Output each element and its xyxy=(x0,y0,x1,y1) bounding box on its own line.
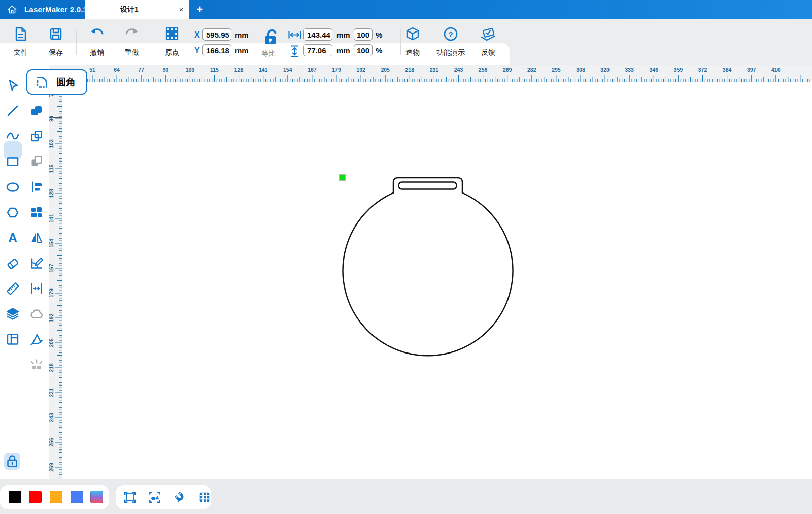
svg-text:115: 115 xyxy=(49,164,54,173)
tool-vector-text[interactable] xyxy=(28,331,45,348)
x-input[interactable] xyxy=(202,28,231,41)
undo-button[interactable]: 撤销 xyxy=(80,25,114,59)
svg-text:90: 90 xyxy=(162,67,168,73)
app-title: LaserMaker 2.0.10 xyxy=(24,0,92,19)
line-icon xyxy=(6,104,20,118)
svg-text:320: 320 xyxy=(600,67,610,73)
tool-eraser[interactable] xyxy=(4,254,21,272)
create-button[interactable]: 造物 xyxy=(395,25,430,59)
ratio-lock-button[interactable] xyxy=(261,28,281,47)
frame-button[interactable] xyxy=(123,491,137,504)
color-swatch-blue[interactable] xyxy=(71,491,83,503)
tool-protractor[interactable] xyxy=(28,254,45,272)
undo-icon xyxy=(89,26,105,41)
height-unit: mm xyxy=(336,46,350,55)
tool-subtract[interactable] xyxy=(28,153,45,170)
color-swatch-black[interactable] xyxy=(9,491,21,503)
vector-text-icon xyxy=(29,332,44,346)
feedback-label: 反馈 xyxy=(481,48,495,57)
demo-button[interactable]: ? 功能演示 xyxy=(429,25,472,59)
svg-text:205: 205 xyxy=(49,338,54,347)
tool-text[interactable]: A xyxy=(4,229,21,246)
eraser-icon xyxy=(6,256,20,270)
redo-button[interactable]: 重做 xyxy=(115,25,149,59)
redo-label: 重做 xyxy=(125,48,139,57)
svg-text:346: 346 xyxy=(650,67,659,73)
tool-curve[interactable] xyxy=(4,127,21,145)
feedback-button[interactable]: 反馈 xyxy=(471,25,505,59)
svg-text:192: 192 xyxy=(356,67,365,73)
height-percent-input[interactable] xyxy=(354,44,373,56)
svg-text:218: 218 xyxy=(49,363,54,372)
tool-rectangle[interactable] xyxy=(4,153,21,170)
canvas-lock-toggle[interactable] xyxy=(4,453,21,470)
tool-ruler[interactable] xyxy=(4,280,21,297)
ruler-icon xyxy=(6,281,20,296)
tool-ellipse[interactable] xyxy=(4,178,21,196)
width-arrow-icon xyxy=(288,30,302,39)
svg-text:115: 115 xyxy=(210,67,219,73)
marquee-button[interactable] xyxy=(148,491,161,504)
svg-text:141: 141 xyxy=(49,214,54,223)
demo-label: 功能演示 xyxy=(436,48,465,57)
tool-cloud[interactable] xyxy=(28,305,45,323)
top-ruler: 5164779010311512814115416717919220521823… xyxy=(49,65,812,82)
origin-icon xyxy=(165,26,179,41)
svg-text:372: 372 xyxy=(698,67,707,73)
color-swatch-panel xyxy=(0,485,109,509)
x-label: X xyxy=(194,30,200,40)
svg-text:205: 205 xyxy=(381,67,390,73)
tool-select[interactable] xyxy=(4,77,21,94)
cursor-icon xyxy=(5,78,20,93)
panel-icon xyxy=(6,332,20,346)
color-swatch-orange[interactable] xyxy=(50,491,62,503)
svg-text:154: 154 xyxy=(49,239,54,248)
svg-text:218: 218 xyxy=(405,67,415,73)
home-icon xyxy=(7,4,18,15)
design-canvas[interactable] xyxy=(62,82,812,479)
fillet-icon xyxy=(34,75,49,90)
tool-array[interactable] xyxy=(28,204,45,221)
svg-text:295: 295 xyxy=(552,67,561,73)
tool-distribute[interactable] xyxy=(28,280,45,297)
tool-polygon[interactable] xyxy=(4,204,21,221)
origin-button[interactable]: 原点 xyxy=(155,25,189,59)
svg-text:103: 103 xyxy=(186,67,195,73)
document-tab[interactable]: 设计1 × xyxy=(85,0,189,19)
tooltip-label: 圆角 xyxy=(56,76,76,89)
svg-text:269: 269 xyxy=(503,67,512,73)
new-tab-button[interactable]: + xyxy=(191,0,209,19)
tool-layers[interactable] xyxy=(4,305,21,323)
layers-icon xyxy=(6,307,20,321)
magnet-button[interactable] xyxy=(173,491,186,504)
tab-close-button[interactable]: × xyxy=(174,0,189,19)
y-input[interactable] xyxy=(202,44,231,56)
home-button[interactable] xyxy=(4,3,20,17)
svg-text:243: 243 xyxy=(49,413,54,422)
svg-text:231: 231 xyxy=(430,67,439,73)
save-button[interactable]: 保存 xyxy=(39,25,73,59)
tool-explode[interactable] xyxy=(28,356,45,373)
tool-mirror[interactable] xyxy=(28,229,45,246)
color-swatch-red[interactable] xyxy=(29,491,42,503)
svg-text:154: 154 xyxy=(283,67,292,73)
fillet-tool-flyout[interactable]: 圆角 xyxy=(26,69,87,95)
medal-shape[interactable] xyxy=(62,82,812,479)
rectangle-icon xyxy=(6,154,20,169)
width-percent-input[interactable] xyxy=(354,28,373,41)
ellipse-icon xyxy=(6,180,20,194)
svg-text:?: ? xyxy=(448,30,453,39)
file-button[interactable]: 文件 xyxy=(4,25,38,59)
tool-line[interactable] xyxy=(4,102,21,119)
height-input[interactable] xyxy=(303,44,332,56)
tool-align[interactable] xyxy=(28,178,45,196)
file-icon xyxy=(14,26,28,42)
tool-combine[interactable] xyxy=(28,127,45,145)
grid-button[interactable] xyxy=(198,491,211,504)
tool-panel[interactable] xyxy=(4,331,21,348)
selection-handle[interactable] xyxy=(339,174,346,181)
tool-union[interactable] xyxy=(28,102,45,119)
cube-icon xyxy=(405,26,420,42)
color-swatch-gradient[interactable] xyxy=(90,491,103,503)
width-input[interactable] xyxy=(303,28,332,41)
